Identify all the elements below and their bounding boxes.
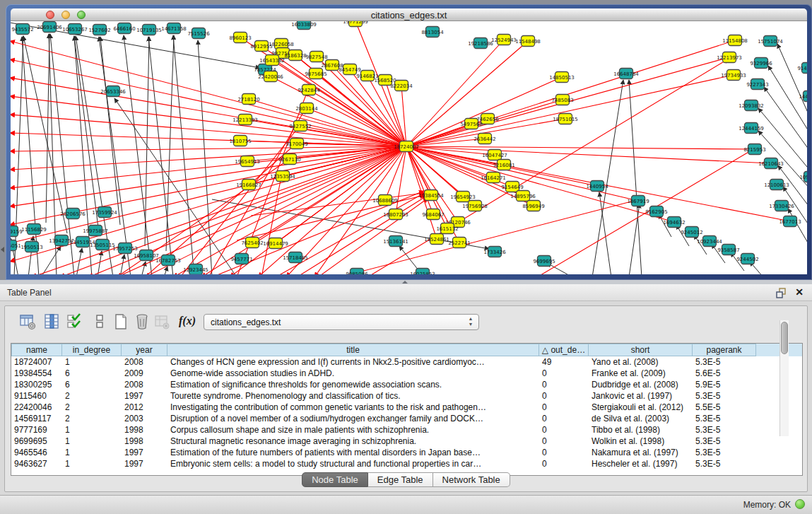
graph-node[interactable]: 10688609 (372, 195, 398, 206)
graph-node[interactable]: 9141654 (797, 63, 807, 74)
network-window-titlebar[interactable]: citations_edges.txt (11, 8, 807, 21)
graph-node[interactable]: 15136141 (383, 236, 408, 247)
table-cell[interactable]: Tourette syndrome. Phenomenology and cla… (167, 390, 539, 402)
graph-node[interactable]: 2526051 (11, 240, 21, 251)
dropdown-stepper-icon[interactable]: ▲▼ (466, 316, 476, 328)
graph-node[interactable]: 16033809 (291, 21, 317, 30)
citation-network-graph[interactable]: 9435572206914061065326715276026466160107… (11, 21, 807, 274)
table-row[interactable]: 969969511998Structural magnetic resonanc… (11, 436, 802, 447)
table-cell[interactable]: 1 (62, 447, 122, 458)
table-row[interactable]: 946362711997Embryonic stem cells: a mode… (11, 458, 802, 469)
node-table[interactable]: namein_degreeyeartitle△ out_de…shortpage… (11, 343, 803, 476)
column-header-in_degree[interactable]: in_degree (62, 344, 122, 356)
table-body[interactable]: 1872400712008Changes of HCN gene express… (11, 356, 802, 469)
column-header-title[interactable]: title (167, 344, 539, 356)
table-cell[interactable]: 19384554 (11, 368, 62, 379)
table-cell[interactable]: 49 (539, 356, 589, 368)
table-scrollbar-thumb[interactable] (781, 322, 788, 354)
graph-node[interactable]: 8960123 (229, 33, 251, 43)
graph-node[interactable]: 20653346 (100, 86, 126, 97)
function-builder-icon[interactable]: f(x) (179, 315, 201, 332)
table-cell[interactable]: 1 (62, 458, 122, 469)
table-cell[interactable]: Yano et al. (2008) (589, 356, 693, 368)
table-cell[interactable]: Changes of HCN gene expression and I(f) … (167, 356, 539, 368)
table-cell[interactable]: 2 (62, 390, 122, 402)
graph-node[interactable]: 20206576 (60, 209, 86, 219)
graph-node[interactable]: 10719135 (136, 25, 162, 35)
graph-node[interactable]: 9245012 (681, 227, 702, 238)
table-cell[interactable]: Estimation of significance thresholds fo… (167, 379, 539, 390)
table-cell[interactable]: Hescheler et al. (1997) (589, 458, 693, 469)
table-row[interactable]: 911546021997Tourette syndrome. Phenomeno… (11, 390, 802, 402)
table-cell[interactable]: 1998 (122, 424, 167, 436)
table-cell[interactable]: 5.3E-5 (693, 458, 756, 469)
table-cell[interactable]: 5.3E-5 (693, 356, 756, 368)
table-cell[interactable]: Stergiakouli et al. (2012) (589, 402, 693, 413)
create-column-icon[interactable] (112, 313, 129, 330)
table-cell[interactable]: 1997 (122, 447, 167, 458)
close-panel-icon[interactable]: ✕ (795, 286, 804, 298)
table-cell[interactable]: 9115460 (11, 390, 62, 402)
table-cell[interactable]: 0 (539, 458, 589, 469)
table-cell[interactable]: 0 (539, 402, 589, 413)
table-cell[interactable]: Nakamura et al. (1997) (589, 447, 693, 458)
table-cell[interactable]: 0 (539, 390, 589, 402)
table-row[interactable]: 1456911722003Disruption of a novel membe… (11, 413, 802, 424)
graph-node[interactable]: 1867919 (627, 196, 649, 206)
table-row[interactable]: 1872400712008Changes of HCN gene express… (11, 356, 802, 368)
row-height-icon[interactable] (91, 313, 108, 330)
table-cell[interactable]: 1 (62, 424, 122, 436)
table-source-dropdown[interactable]: citations_edges.txt ▲▼ (204, 314, 479, 330)
table-cell[interactable]: 14569117 (11, 413, 62, 424)
table-cell[interactable]: 5.3E-5 (693, 413, 756, 424)
graph-node[interactable]: 18807293 (383, 209, 408, 220)
graph-node[interactable]: 2522741 (448, 238, 470, 248)
float-panel-icon[interactable] (776, 288, 787, 298)
table-cell[interactable]: Structural magnetic resonance image aver… (167, 436, 539, 447)
graph-node[interactable]: 12213973 (717, 52, 742, 63)
table-cell[interactable]: 2009 (122, 368, 167, 379)
splitter-handle-icon[interactable] (402, 281, 408, 284)
table-cell[interactable]: 0 (539, 413, 589, 424)
table-cell[interactable]: 0 (539, 368, 589, 379)
table-cell[interactable]: 5.5E-5 (693, 402, 756, 413)
tab-network-table[interactable]: Network Table (433, 472, 510, 487)
table-cell[interactable]: 6 (62, 379, 122, 390)
table-cell[interactable]: Wolkin et al. (1998) (589, 436, 693, 447)
table-cell[interactable]: 0 (539, 447, 589, 458)
table-cell[interactable]: 9777169 (11, 424, 62, 436)
graph-node[interactable]: 1939159 (11, 226, 23, 237)
table-cell[interactable]: Corpus callosum shape and size in male p… (167, 424, 539, 436)
graph-node[interactable]: 1810755 (229, 136, 251, 146)
graph-node[interactable]: 9435572 (11, 24, 33, 35)
graph-node[interactable]: 9085086 (346, 269, 368, 275)
table-cell[interactable]: Jankovic et al. (1997) (589, 390, 693, 402)
graph-node[interactable]: 1095119 (799, 172, 807, 182)
graph-node[interactable]: 9875685 (305, 69, 326, 79)
graph-node[interactable]: 7515526 (187, 28, 210, 39)
graph-node[interactable]: 9227343 (746, 79, 768, 90)
table-row[interactable]: 1830029562008Estimation of significance … (11, 379, 802, 390)
graph-node[interactable]: 9244502 (736, 254, 758, 264)
network-view-window[interactable]: citations_edges.txt 94355722069140610653… (6, 4, 812, 280)
table-cell[interactable]: 5.3E-5 (693, 447, 756, 458)
graph-node[interactable]: 17330426 (769, 201, 794, 211)
graph-node[interactable]: 12213393 (233, 115, 258, 125)
table-cell[interactable]: 18724007 (11, 356, 62, 368)
graph-node[interactable]: 20691406 (37, 22, 62, 33)
graph-node[interactable]: 1950513 (20, 242, 42, 252)
table-cell[interactable]: 5.3E-5 (693, 436, 756, 447)
table-cell[interactable]: 1998 (122, 436, 167, 447)
graph-node[interactable]: 17957253 (112, 243, 138, 254)
graph-node[interactable]: 7485083 (551, 95, 573, 105)
graph-node[interactable]: 16025853 (410, 269, 435, 275)
table-cell[interactable]: 1997 (122, 390, 167, 402)
table-cell[interactable]: 0 (539, 436, 589, 447)
collapse-panel-arrow-icon[interactable] (1, 247, 4, 252)
column-header-pagerank[interactable]: pagerank (693, 344, 756, 356)
table-cell[interactable]: 5.6E-5 (693, 368, 756, 379)
table-cell[interactable]: 9465546 (11, 447, 62, 458)
graph-node[interactable]: 1694632 (663, 217, 685, 228)
table-cell[interactable]: 2 (62, 413, 122, 424)
graph-node[interactable]: 2803144 (295, 103, 318, 114)
